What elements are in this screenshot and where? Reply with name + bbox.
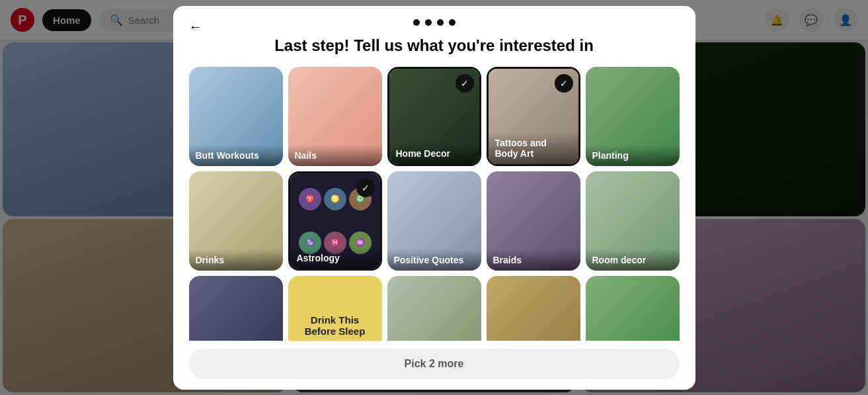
interest-card-food[interactable]: [387, 276, 481, 341]
interest-positive-quotes[interactable]: Positive Quotes: [387, 171, 481, 271]
interest-label: Planting: [586, 145, 680, 166]
interest-label: Braids: [487, 249, 580, 271]
modal-header: ← Last step! Tell us what you're interes…: [173, 6, 695, 67]
interest-card-travel[interactable]: [487, 276, 580, 341]
interest-label: Butt Workouts: [189, 145, 283, 166]
interest-label: Astrology: [290, 247, 380, 269]
interest-astrology[interactable]: ♈ ♋ ♎ ♑ ♓ ♒ ✓ Astrology: [288, 171, 382, 271]
interests-scroll[interactable]: Butt Workouts Nails ✓ Home Decor ✓: [173, 67, 695, 341]
selected-checkmark: ✓: [455, 74, 474, 93]
interest-tattoos[interactable]: ✓ Tattoos and Body Art: [487, 67, 580, 166]
selected-checkmark: ✓: [555, 74, 573, 93]
back-button[interactable]: ←: [189, 19, 202, 34]
dot-1: [413, 19, 420, 26]
modal-overlay: ← Last step! Tell us what you're interes…: [0, 0, 868, 395]
modal-title: Last step! Tell us what you're intereste…: [274, 36, 594, 55]
progress-dots: [413, 19, 455, 26]
interest-card-row3-1[interactable]: [189, 276, 283, 341]
interest-grid: Butt Workouts Nails ✓ Home Decor ✓: [189, 67, 680, 341]
interest-braids[interactable]: Braids: [487, 171, 580, 271]
interest-label: Room decor: [586, 249, 680, 271]
interest-nails[interactable]: Nails: [288, 67, 382, 166]
modal-footer: Pick 2 more: [173, 341, 695, 390]
interest-butt-workouts[interactable]: Butt Workouts: [189, 67, 283, 166]
interest-drinks[interactable]: Drinks: [189, 171, 283, 271]
interest-label: Positive Quotes: [387, 249, 481, 271]
dot-2: [425, 19, 432, 26]
pick-more-button[interactable]: Pick 2 more: [189, 349, 680, 379]
interest-label: Nails: [288, 145, 382, 166]
interest-card-garden[interactable]: [586, 276, 680, 341]
dot-3: [437, 19, 444, 26]
interests-modal: ← Last step! Tell us what you're interes…: [173, 6, 695, 390]
dot-4: [449, 19, 455, 26]
interest-label: Tattoos and Body Art: [489, 132, 578, 164]
selected-checkmark: ✓: [356, 179, 375, 197]
interest-drink-sleep[interactable]: Drink This Before Sleep: [288, 276, 382, 341]
interest-room-decor[interactable]: Room decor: [586, 171, 680, 271]
interest-label: Drinks: [189, 249, 283, 271]
interest-planting[interactable]: Planting: [586, 67, 680, 166]
interest-home-decor[interactable]: ✓ Home Decor: [387, 67, 481, 166]
interest-label: Home Decor: [389, 143, 479, 164]
